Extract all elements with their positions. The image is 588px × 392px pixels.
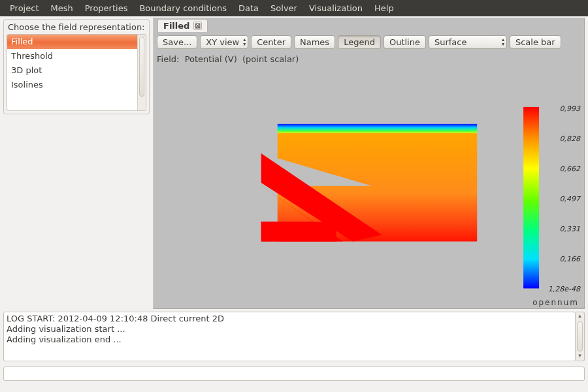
tab-filled[interactable]: Filled ⊠ (157, 19, 208, 32)
list-scrollbar[interactable] (137, 35, 146, 110)
visualization-canvas[interactable]: Field: Potential (V) (point scalar) (153, 52, 585, 309)
xyview-button[interactable]: XY view ▴▾ (200, 35, 248, 49)
outline-button[interactable]: Outline (384, 35, 426, 49)
menu-boundary-conditions[interactable]: Boundary conditions (133, 1, 233, 15)
list-item-threshold[interactable]: Threshold (7, 49, 146, 63)
center-button[interactable]: Center (251, 35, 291, 49)
log-text[interactable]: LOG START: 2012-04-09 12:10:48 Direct cu… (3, 312, 576, 361)
save-button[interactable]: Save... (157, 35, 197, 49)
tab-label: Filled (163, 21, 189, 31)
svg-rect-0 (278, 124, 478, 133)
menu-project[interactable]: Project (4, 1, 44, 15)
menu-properties[interactable]: Properties (79, 1, 134, 15)
command-input[interactable] (3, 367, 585, 381)
menu-mesh[interactable]: Mesh (44, 1, 78, 15)
svg-rect-4 (261, 222, 336, 242)
list-item-isolines[interactable]: Isolines (7, 78, 146, 92)
tabbar: Filled ⊠ (153, 18, 585, 32)
side-panel: Choose the field representation: Filled … (0, 16, 153, 309)
list-item-filled[interactable]: Filled (7, 35, 146, 49)
viz-toolbar: Save... XY view ▴▾ Center Names Legend O… (153, 32, 585, 52)
xyview-spin-icon[interactable]: ▴▾ (243, 38, 246, 47)
legend-button[interactable]: Legend (338, 35, 381, 49)
menu-help[interactable]: Help (368, 1, 400, 15)
side-panel-title: Choose the field representation: (7, 22, 146, 32)
menu-solver[interactable]: Solver (265, 1, 303, 15)
scalebar-button[interactable]: Scale bar (510, 35, 561, 49)
viz-svg (154, 52, 584, 308)
surface-spin-icon[interactable]: ▴▾ (502, 38, 504, 47)
scroll-down-icon[interactable]: ▾ (576, 352, 584, 361)
names-button[interactable]: Names (294, 35, 335, 49)
list-item-3dplot[interactable]: 3D plot (7, 63, 146, 78)
log-scrollbar[interactable]: ▴ ▾ (576, 312, 585, 361)
colorbar (523, 107, 539, 289)
scroll-up-icon[interactable]: ▴ (576, 312, 584, 321)
surface-select[interactable]: Surface ▴▾ (429, 35, 507, 49)
view-area: Filled ⊠ Save... XY view ▴▾ Center Names… (153, 16, 588, 309)
log-panel: LOG START: 2012-04-09 12:10:48 Direct cu… (0, 309, 588, 361)
field-representation-list[interactable]: Filled Threshold 3D plot Isolines (7, 34, 146, 111)
menu-visualization[interactable]: Visualization (303, 1, 368, 15)
menu-data[interactable]: Data (233, 1, 265, 15)
branding-label: opennum (532, 298, 579, 307)
menubar: Project Mesh Properties Boundary conditi… (0, 0, 588, 16)
tab-close-icon[interactable]: ⊠ (193, 22, 202, 30)
